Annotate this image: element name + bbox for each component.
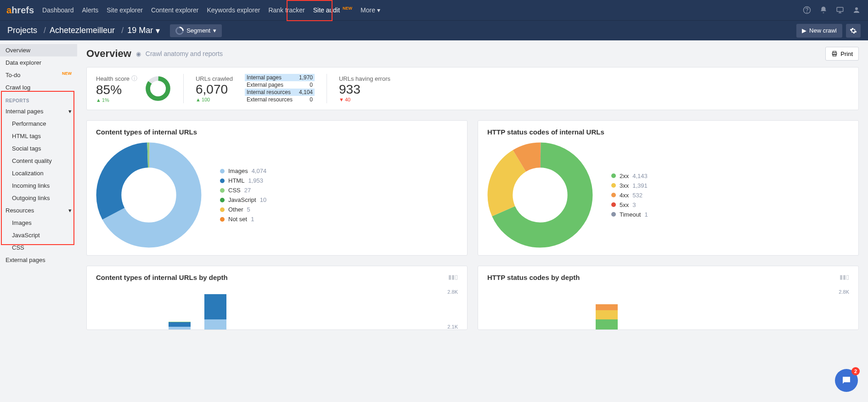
bell-icon[interactable] [818, 5, 829, 15]
health-donut [145, 75, 171, 102]
health-label: Health score [96, 75, 130, 82]
legend-item[interactable]: Images4,074 [220, 168, 266, 174]
errors-delta: ▼ 40 [339, 97, 390, 102]
crawled-label: URLs crawled [196, 75, 233, 82]
new-crawl-label: New crawl [809, 27, 837, 34]
logo-a: a [6, 5, 11, 15]
breadcrumb-root[interactable]: Projects [7, 26, 37, 35]
svg-rect-2 [837, 7, 843, 11]
sidebar-item-internal-pages[interactable]: Internal pages▾ [0, 105, 77, 117]
sidebar-item-performance[interactable]: Performance [0, 117, 77, 130]
sidebar-item-social-tags[interactable]: Social tags [0, 142, 77, 155]
nav-dashboard[interactable]: Dashboard [42, 6, 74, 14]
health-value: 85% [96, 83, 137, 97]
bars-icon[interactable]: ▮▮▯ [448, 274, 458, 280]
legend-item[interactable]: HTML1,953 [220, 177, 266, 184]
sidebar-item-resources[interactable]: Resources▾ [0, 204, 77, 217]
nav-alerts[interactable]: Alerts [82, 6, 99, 14]
breadcrumb-sep: / [44, 26, 46, 35]
crawled-delta: ▲ 100 [196, 97, 233, 102]
sidebar-item-localization[interactable]: Localization [0, 167, 77, 179]
nav-keywords-explorer[interactable]: Keywords explorer [207, 6, 260, 14]
legend-item[interactable]: 3xx1,391 [611, 182, 648, 189]
nav-site-explorer[interactable]: Site explorer [107, 6, 143, 14]
bars-icon[interactable]: ▮▮▯ [840, 274, 849, 280]
sidebar-item-outgoing-links[interactable]: Outgoing links [0, 192, 77, 204]
depth-bar[interactable] [204, 294, 226, 329]
stat-health: Health scoreⓘ 85% ▲ 1% [96, 74, 171, 103]
segment-button[interactable]: Segment▾ [170, 24, 222, 37]
sidebar-item-images[interactable]: Images [0, 217, 77, 229]
sidebar-item-html-tags[interactable]: HTML tags [0, 130, 77, 142]
monitor-icon[interactable] [835, 5, 845, 15]
breakdown-row[interactable]: External resources0 [245, 96, 315, 103]
new-crawl-button[interactable]: ▶New crawl [796, 24, 842, 38]
sidebar-item-incoming-links[interactable]: Incoming links [0, 179, 77, 192]
chart-title: Content types of internal URLs [96, 128, 458, 136]
chevron-down-icon: ▾ [213, 27, 216, 34]
breakdown-row[interactable]: Internal pages1,970 [245, 74, 315, 81]
crawled-breakdown: Internal pages1,970External pages0Intern… [245, 74, 315, 103]
legend-item[interactable]: CSS27 [220, 187, 266, 194]
legend-item[interactable]: 5xx3 [611, 201, 648, 208]
play-circle-icon[interactable]: ◉ [136, 50, 141, 57]
svg-point-1 [807, 12, 807, 12]
legend-item[interactable]: Timeout1 [611, 211, 648, 218]
sidebar-section-reports: REPORTS [0, 94, 77, 105]
breadcrumb-project[interactable]: Achetezlemeilleur [50, 26, 115, 35]
nav-rank-tracker[interactable]: Rank tracker [268, 6, 304, 14]
sidebar-item-css[interactable]: CSS [0, 241, 77, 254]
chart-http-codes: HTTP status codes of internal URLs 2xx4,… [478, 120, 859, 256]
date-dropdown[interactable]: 19 Mar ▾ [127, 26, 160, 36]
legend-item[interactable]: Other5 [220, 206, 266, 213]
donut-chart [487, 142, 593, 248]
crawled-value: 6,070 [196, 82, 233, 97]
page-title: Overview [86, 48, 131, 60]
segment-icon [174, 25, 185, 36]
legend-item[interactable]: 4xx532 [611, 192, 648, 199]
depth-bar[interactable] [169, 322, 191, 329]
breakdown-row[interactable]: Internal resources4,104 [245, 89, 315, 96]
chart-content-depth: Content types of internal URLs by depth … [86, 266, 468, 330]
print-button[interactable]: Print [825, 47, 859, 61]
sidebar-item-to-do[interactable]: To-doNEW [0, 69, 77, 81]
sidebar-item-content-quality[interactable]: Content quality [0, 155, 77, 167]
legend-item[interactable]: 2xx4,143 [611, 173, 648, 179]
chevron-down-icon: ▾ [68, 207, 72, 214]
help-icon[interactable] [802, 5, 812, 15]
date-label: 19 Mar [127, 26, 153, 35]
chart-title: Content types of internal URLs by depth [96, 274, 458, 281]
user-icon[interactable] [851, 5, 862, 15]
legend-item[interactable]: JavaScript10 [220, 196, 266, 203]
print-label: Print [840, 50, 853, 57]
sidebar-item-crawl-log[interactable]: Crawl log [0, 81, 77, 94]
breadcrumb-sep: / [121, 26, 124, 35]
sidebar-item-data-explorer[interactable]: Data explorer [0, 56, 77, 69]
legend-item[interactable]: Not set1 [220, 216, 266, 223]
sidebar-item-overview[interactable]: Overview [0, 44, 77, 56]
gear-icon [850, 27, 857, 34]
donut-chart [96, 142, 202, 248]
stat-errors: URLs having errors 933 ▼ 40 [339, 74, 390, 103]
play-icon: ▶ [802, 27, 806, 34]
breadcrumb-bar: Projects / Achetezlemeilleur / 19 Mar ▾ … [0, 20, 868, 40]
chart-content-types: Content types of internal URLs Images4,0… [86, 120, 468, 256]
depth-bar[interactable] [596, 304, 618, 329]
settings-button[interactable] [846, 24, 861, 38]
breakdown-row[interactable]: External pages0 [245, 81, 315, 89]
legend: 2xx4,1433xx1,3914xx5325xx3Timeout1 [611, 173, 648, 218]
errors-label: URLs having errors [339, 75, 390, 82]
top-nav: ahrefs DashboardAlertsSite explorerConte… [0, 0, 868, 20]
sidebar-item-external-pages[interactable]: External pages [0, 254, 77, 266]
nav-content-explorer[interactable]: Content explorer [151, 6, 199, 14]
printer-icon [831, 50, 838, 57]
main-content: Overview ◉ Crawl anatomy and reports Pri… [77, 40, 868, 336]
logo[interactable]: ahrefs [6, 5, 34, 16]
stat-crawled: URLs crawled 6,070 ▲ 100 Internal pages1… [196, 74, 315, 103]
info-icon[interactable]: ⓘ [131, 74, 137, 83]
segment-label: Segment [186, 27, 210, 34]
nav-more[interactable]: More ▾ [361, 6, 380, 14]
logo-rest: hrefs [11, 5, 34, 15]
nav-site-audit[interactable]: Site auditNEW [313, 6, 352, 14]
sidebar-item-javascript[interactable]: JavaScript [0, 229, 77, 241]
